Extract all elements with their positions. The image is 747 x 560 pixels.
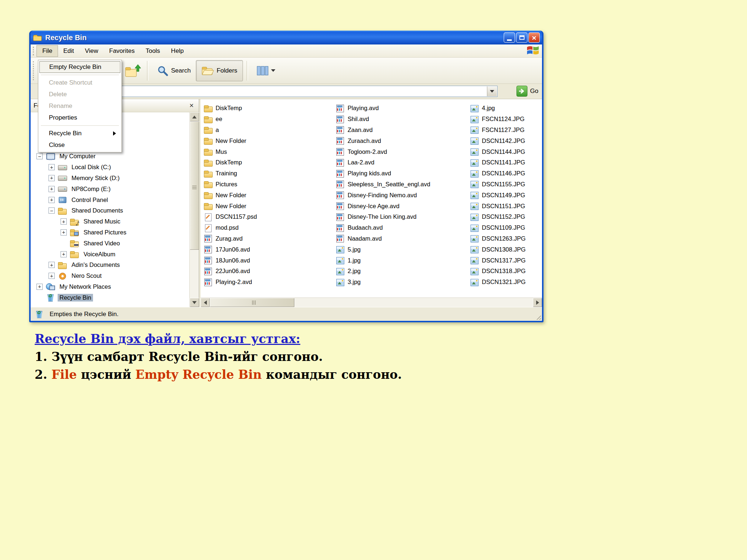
tree-item-label[interactable]: NP8Comp (E:) xyxy=(70,185,112,193)
scroll-thumb[interactable] xyxy=(210,298,294,307)
search-button[interactable]: Search xyxy=(152,60,196,81)
menu-file[interactable]: File xyxy=(37,46,58,57)
file-item-dscn1155-jpg[interactable]: DSCN1155.JPG xyxy=(470,179,526,190)
file-item-disney-finding-nemo-avd[interactable]: Disney-Finding Nemo.avd xyxy=(336,190,430,201)
toolbar-grip-handle[interactable] xyxy=(33,61,35,80)
file-item-dscn1141-jpg[interactable]: DSCN1141.JPG xyxy=(470,157,526,168)
file-item-new-folder[interactable]: New Folder xyxy=(204,201,257,211)
file-item-playing-avd[interactable]: Playing.avd xyxy=(336,103,430,114)
tree-item-label[interactable]: Shared Music xyxy=(82,218,122,225)
file-item-disney-the-lion-king-avd[interactable]: Disney-The Lion King.avd xyxy=(336,211,430,222)
tree-item-label[interactable]: Recycle Bin xyxy=(58,294,93,302)
minus-box-icon[interactable]: − xyxy=(36,153,43,159)
file-menu-item-recycle-bin[interactable]: Recycle Bin xyxy=(39,128,120,139)
up-button[interactable] xyxy=(123,60,143,82)
tree-item-memory-stick-d[interactable]: +Memory Stick (D:) xyxy=(49,173,199,184)
file-item-new-folder[interactable]: New Folder xyxy=(204,135,257,146)
file-item-budaach-avd[interactable]: Budaach.avd xyxy=(336,222,430,233)
tree-item-label[interactable]: Local Disk (C:) xyxy=(70,163,113,171)
menu-edit[interactable]: Edit xyxy=(58,46,79,57)
tree-item-label[interactable]: Shared Pictures xyxy=(82,229,128,236)
scroll-left-button[interactable] xyxy=(201,298,210,307)
file-item-5-jpg[interactable]: 5.jpg xyxy=(336,244,430,255)
tree-item-recycle-bin[interactable]: Recycle Bin xyxy=(36,292,199,303)
file-item-18jun06-avd[interactable]: 18Jun06.avd xyxy=(204,255,257,266)
file-item-disktemp[interactable]: DiskTemp xyxy=(204,157,257,168)
minus-box-icon[interactable]: − xyxy=(49,207,55,214)
menubar-grip-handle[interactable] xyxy=(33,47,35,55)
tree-item-label[interactable]: Nero Scout xyxy=(70,272,104,280)
file-item-playing-2-avd[interactable]: Playing-2.avd xyxy=(204,277,257,288)
tree-item-shared-music[interactable]: +Shared Music xyxy=(61,216,199,227)
address-dropdown-button[interactable] xyxy=(487,86,497,96)
tree-item-label[interactable]: Shared Documents xyxy=(70,207,125,214)
menu-tools[interactable]: Tools xyxy=(140,46,166,57)
tree-item-label[interactable]: My Network Places xyxy=(58,283,113,291)
file-item-shil-avd[interactable]: Shil.avd xyxy=(336,114,430,125)
tree-item-label[interactable]: Control Panel xyxy=(70,196,110,204)
file-item-dscn1321-jpg[interactable]: DSCN1321.JPG xyxy=(470,277,526,288)
file-item-training[interactable]: Training xyxy=(204,168,257,179)
horizontal-scrollbar[interactable] xyxy=(201,298,542,307)
file-item-zurag-avd[interactable]: Zurag.avd xyxy=(204,233,257,244)
file-item-dscn1263-jpg[interactable]: DSCN1263.JPG xyxy=(470,233,526,244)
file-item-ee[interactable]: ee xyxy=(204,114,257,125)
file-item-disktemp[interactable]: DiskTemp xyxy=(204,103,257,114)
tree-item-my-network-places[interactable]: +My Network Places xyxy=(36,281,199,292)
plus-box-icon[interactable]: + xyxy=(61,229,67,236)
plus-box-icon[interactable]: + xyxy=(49,262,55,268)
file-item-dscn1146-jpg[interactable]: DSCN1146.JPG xyxy=(470,168,526,179)
file-menu-item-properties[interactable]: Properties xyxy=(39,112,120,124)
file-item-mod-psd[interactable]: mod.psd xyxy=(204,222,257,233)
menu-favorites[interactable]: Favorites xyxy=(104,46,140,57)
file-item-4-jpg[interactable]: 4.jpg xyxy=(470,103,526,114)
file-item-2-jpg[interactable]: 2.jpg xyxy=(336,266,430,277)
plus-box-icon[interactable]: + xyxy=(49,175,55,181)
tree-item-adin-s-documents[interactable]: +Adin's Documents xyxy=(49,260,199,271)
plus-box-icon[interactable]: + xyxy=(49,197,55,203)
file-item-fscn1127-jpg[interactable]: FSCN1127.JPG xyxy=(470,125,526,136)
plus-box-icon[interactable]: + xyxy=(49,186,55,192)
file-item-a[interactable]: a xyxy=(204,125,257,136)
file-item-sleepless-in-seattle-engl-avd[interactable]: Sleepless_In_Seattle_engl.avd xyxy=(336,179,430,190)
tree-item-label[interactable]: VoiceAlbum xyxy=(82,250,117,258)
file-item-dscn1308-jpg[interactable]: DSCN1308.JPG xyxy=(470,244,526,255)
file-item-3-jpg[interactable]: 3.jpg xyxy=(336,277,430,288)
title-bar[interactable]: Recycle Bin × xyxy=(31,31,542,44)
file-item-zuraach-avd[interactable]: Zuraach.avd xyxy=(336,135,430,146)
tree-item-voicealbum[interactable]: +VoiceAlbum xyxy=(61,249,199,260)
tree-item-nero-scout[interactable]: +Nero Scout xyxy=(49,271,199,281)
tree-item-shared-documents[interactable]: −Shared Documents xyxy=(49,205,199,216)
tree-item-shared-video[interactable]: Shared Video xyxy=(61,238,199,249)
file-item-laa-2-avd[interactable]: Laa-2.avd xyxy=(336,157,430,168)
maximize-button[interactable] xyxy=(516,32,527,43)
tree-item-label[interactable]: Adin's Documents xyxy=(70,261,121,269)
file-item-17jun06-avd[interactable]: 17Jun06.avd xyxy=(204,244,257,255)
file-item-dscn1144-jpg[interactable]: DSCN1144.JPG xyxy=(470,146,526,157)
plus-box-icon[interactable]: + xyxy=(36,284,43,290)
minimize-button[interactable] xyxy=(504,32,515,43)
scroll-thumb[interactable] xyxy=(190,121,199,250)
file-item-disney-ice-age-avd[interactable]: Disney-Ice Age.avd xyxy=(336,201,430,211)
tree-item-my-computer[interactable]: −My Computer xyxy=(36,151,199,162)
file-item-pictures[interactable]: Pictures xyxy=(204,179,257,190)
scroll-down-button[interactable] xyxy=(190,298,199,307)
folders-scrollbar[interactable] xyxy=(189,112,199,307)
file-item-playing-kids-avd[interactable]: Playing kids.avd xyxy=(336,168,430,179)
folders-button[interactable]: Folders xyxy=(196,60,243,81)
file-item-dscn1317-jpg[interactable]: DSCN1317.JPG xyxy=(470,255,526,266)
resize-grip[interactable] xyxy=(535,314,541,320)
file-item-1-jpg[interactable]: 1.jpg xyxy=(336,255,430,266)
tree-item-label[interactable]: My Computer xyxy=(58,152,97,160)
plus-box-icon[interactable]: + xyxy=(49,164,55,170)
go-button[interactable] xyxy=(516,86,527,97)
file-item-dscn1318-jpg[interactable]: DSCN1318.JPG xyxy=(470,266,526,277)
tree-item-control-panel[interactable]: +Control Panel xyxy=(49,194,199,205)
plus-box-icon[interactable]: + xyxy=(49,273,55,279)
file-item-fscn1124-jpg[interactable]: FSCN1124.JPG xyxy=(470,114,526,125)
file-item-dscn1152-jpg[interactable]: DSCN1152.JPG xyxy=(470,211,526,222)
scroll-up-button[interactable] xyxy=(190,112,199,121)
plus-box-icon[interactable]: + xyxy=(61,218,67,225)
plus-box-icon[interactable]: + xyxy=(61,251,67,257)
file-item-naadam-avd[interactable]: Naadam.avd xyxy=(336,233,430,244)
